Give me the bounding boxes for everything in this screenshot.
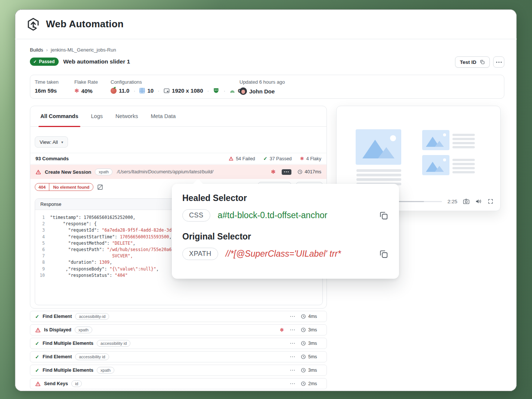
warning-icon xyxy=(35,381,41,387)
command-name: Create New Session xyxy=(45,169,91,175)
breadcrumb-build-name[interactable]: jenkins-ML_Generic_jobs-Run xyxy=(51,47,116,53)
commands-total: 93 Commands xyxy=(35,156,69,161)
warning-icon xyxy=(35,169,41,175)
check-icon: ✓ xyxy=(35,314,39,319)
passed-filter[interactable]: ✓ 37 Passed xyxy=(263,156,292,161)
snowflake-icon: ❄ xyxy=(74,87,79,94)
command-duration: 3ms xyxy=(308,368,317,373)
row-more-button[interactable] xyxy=(290,383,295,384)
check-icon: ✓ xyxy=(35,368,39,373)
command-duration: 5ms xyxy=(308,354,317,359)
command-row[interactable]: Is Displayedxpath❄3ms xyxy=(30,324,327,335)
page-preview-image xyxy=(422,130,449,150)
tab-networks[interactable]: Networks xyxy=(115,106,138,126)
os-icon xyxy=(111,88,117,94)
status-badge: ✓ Passed xyxy=(30,58,59,66)
tab-meta-data[interactable]: Meta Data xyxy=(151,106,176,126)
row-more-button[interactable] xyxy=(290,343,295,344)
check-icon: ✓ xyxy=(35,341,39,346)
signal-icon xyxy=(229,88,235,93)
command-name: Find Multiple Elements xyxy=(43,341,93,346)
more-options-button[interactable] xyxy=(493,56,504,68)
original-selector-heading: Original Selector xyxy=(182,232,389,242)
error-message: No element found xyxy=(49,183,93,191)
clock-icon xyxy=(301,368,306,373)
original-selector-value: //*[@SuperClass='UILabel' trr* xyxy=(226,249,341,259)
clock-icon xyxy=(301,354,306,359)
clock-icon xyxy=(301,381,306,386)
page-preview-image xyxy=(422,155,449,175)
row-more-button[interactable] xyxy=(290,316,295,317)
snowflake-icon: ❄ xyxy=(271,168,276,175)
chevron-right-icon: › xyxy=(46,47,47,53)
copy-original-selector-button[interactable] xyxy=(379,249,389,259)
locator-badge: accessibility-id xyxy=(75,313,109,320)
volume-icon[interactable] xyxy=(475,198,482,204)
command-name: Is Displayed xyxy=(44,327,71,332)
command-duration: 2ms xyxy=(308,381,317,386)
healed-selector-heading: Healed Selector xyxy=(182,193,389,203)
copy-healed-selector-button[interactable] xyxy=(379,211,389,220)
locator-badge: xpath xyxy=(95,168,112,175)
fullscreen-icon[interactable] xyxy=(488,198,494,204)
avatar xyxy=(239,87,247,95)
locator-badge: accessibility id xyxy=(75,353,109,360)
separator-dot: · xyxy=(133,87,135,94)
separator-dot: · xyxy=(223,87,225,94)
command-row[interactable]: ✓Find Multiple Elementsxpath3ms xyxy=(30,365,327,376)
row-more-button[interactable] xyxy=(290,330,295,331)
clock-icon xyxy=(301,341,306,346)
report-card: Web Automation Builds › jenkins-ML_Gener… xyxy=(15,9,517,391)
locator-badge: xpath xyxy=(97,367,114,374)
resolution-icon xyxy=(164,88,170,93)
command-row[interactable]: ✓Find Multiple Elementsaccessibility id3… xyxy=(30,338,327,349)
command-duration: 3ms xyxy=(308,327,317,332)
warning-icon xyxy=(229,156,233,161)
row-more-button[interactable] xyxy=(290,356,295,358)
failed-filter[interactable]: 54 Failed xyxy=(229,156,255,161)
status-badge-label: Passed xyxy=(39,59,55,64)
page-background: Web Automation Builds › jenkins-ML_Gener… xyxy=(0,0,532,399)
locator-badge: accessibility id xyxy=(97,340,130,347)
command-name: Find Element xyxy=(43,354,72,359)
stat-updated: Updated 6 hours ago John Doe xyxy=(239,79,285,95)
snowflake-icon: ❄ xyxy=(280,327,284,333)
healed-selector-popover: Healed Selector CSS a#td-block-0.td-offs… xyxy=(172,184,399,279)
tab-bar: All Commands Logs Networks Meta Data xyxy=(30,106,327,127)
command-name: Find Multiple Elements xyxy=(43,368,93,373)
command-duration: 4017ms xyxy=(305,169,321,174)
commands-summary-bar: 93 Commands 54 Failed ✓ 37 Passed ❄ 4 Fl… xyxy=(30,153,327,164)
command-row[interactable]: ✓Find Elementaccessibility id5ms xyxy=(30,351,327,362)
breadcrumb-builds[interactable]: Builds xyxy=(30,47,43,53)
app-title: Web Automation xyxy=(46,18,124,30)
command-row[interactable]: ✓Find Elementaccessibility-id4ms xyxy=(30,311,327,322)
stat-value: 40% xyxy=(81,88,93,94)
test-id-button[interactable]: Test ID xyxy=(455,56,490,68)
stats-card: Time taken 16m 59s Flake Rate ❄ 40% Conf… xyxy=(30,75,504,99)
stat-label: Flake Rate xyxy=(74,79,98,85)
config-browser: 10 xyxy=(139,87,154,94)
view-filter-dropdown[interactable]: View: All ▾ xyxy=(35,136,68,148)
test-id-button-label: Test ID xyxy=(460,59,476,65)
selector-type-badge: CSS xyxy=(182,209,210,222)
tab-logs[interactable]: Logs xyxy=(91,106,103,126)
page-title: Web automation slider 1 xyxy=(63,58,130,65)
config-resolution: 1920 x 1080 xyxy=(164,87,203,94)
chevron-down-icon: ▾ xyxy=(61,140,63,144)
separator-dot: · xyxy=(207,87,209,94)
stat-flake-rate: Flake Rate ❄ 40% xyxy=(74,79,98,94)
tab-all-commands[interactable]: All Commands xyxy=(40,106,78,126)
page-preview-image xyxy=(356,129,401,165)
error-badge: 404 No element found xyxy=(35,183,93,191)
header-actions: Test ID xyxy=(455,56,504,68)
flaky-filter[interactable]: ❄ 4 Flaky xyxy=(300,156,321,161)
row-more-button[interactable] xyxy=(290,370,295,371)
stat-label: Time taken xyxy=(35,79,59,85)
copy-icon xyxy=(480,59,485,65)
screenshot-off-icon[interactable] xyxy=(97,184,103,191)
app-logo-icon xyxy=(26,17,40,31)
config-incognito xyxy=(213,88,219,93)
command-row-create-new-session[interactable]: Create New Session xpath /Users/ltadmin/… xyxy=(30,165,327,179)
screenshot-camera-icon[interactable] xyxy=(463,198,470,204)
command-row[interactable]: Send Keysid2ms xyxy=(30,378,327,389)
